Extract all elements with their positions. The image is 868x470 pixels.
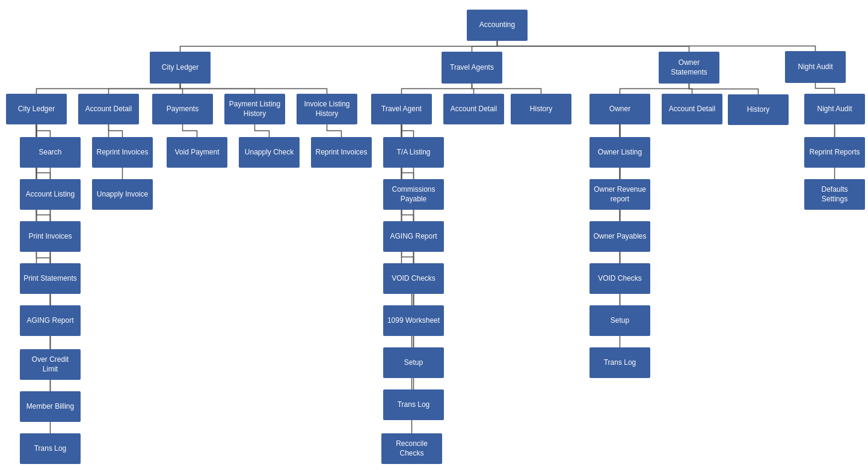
ta_ta_reconcile[interactable]: Reconcile Checks <box>381 433 442 464</box>
na_na_defaults[interactable]: Defaults Settings <box>804 179 865 210</box>
cl_il_reprint_invoices[interactable]: Reprint Invoices <box>311 137 372 168</box>
accounting[interactable]: Accounting <box>467 10 528 41</box>
cl_cl_member_billing[interactable]: Member Billing <box>20 391 81 422</box>
cl_cl_print_invoices[interactable]: Print Invoices <box>20 221 81 252</box>
cl_cl_over_credit[interactable]: Over Credit Limit <box>20 349 81 380</box>
os_ow_setup[interactable]: Setup <box>589 305 650 336</box>
ta_ta_trans_log[interactable]: Trans Log <box>383 389 444 420</box>
cl_payment_listing[interactable]: Payment Listing History <box>224 94 285 124</box>
ta_ta_void_checks[interactable]: VOID Checks <box>383 263 444 294</box>
night_audit_branch[interactable]: Night Audit <box>785 51 846 83</box>
ta_travel_agent[interactable]: Travel Agent <box>371 94 432 124</box>
cl_account_detail[interactable]: Account Detail <box>78 94 139 124</box>
na_night_audit[interactable]: Night Audit <box>804 94 865 124</box>
os_ow_payables[interactable]: Owner Payables <box>589 221 650 252</box>
cl_cl_account_listing[interactable]: Account Listing <box>20 179 81 210</box>
os_ow_void_checks[interactable]: VOID Checks <box>589 263 650 294</box>
os_owner[interactable]: Owner <box>589 94 650 124</box>
os_ow_listing[interactable]: Owner Listing <box>589 137 650 168</box>
cl_cl_aging_report[interactable]: AGING Report <box>20 305 81 336</box>
city_ledger_branch[interactable]: City Ledger <box>150 52 211 84</box>
owner_statements_branch[interactable]: Owner Statements <box>659 52 719 84</box>
cl_payments[interactable]: Payments <box>152 94 213 124</box>
os_history[interactable]: History <box>728 94 789 125</box>
cl_cl_search[interactable]: Search <box>20 137 81 168</box>
ta_account_detail[interactable]: Account Detail <box>443 94 504 124</box>
os_ow_revenue[interactable]: Owner Revenue report <box>589 179 650 210</box>
os_account_detail[interactable]: Account Detail <box>662 94 722 124</box>
travel_agents_branch[interactable]: Travel Agents <box>442 52 502 84</box>
ta_ta_1099[interactable]: 1099 Worksheet <box>383 305 444 336</box>
ta_ta_aging[interactable]: AGING Report <box>383 221 444 252</box>
cl_ad_reprint_invoices[interactable]: Reprint Invoices <box>92 137 153 168</box>
ta_ta_listing[interactable]: T/A Listing <box>383 137 444 168</box>
tree-container: AccountingCity LedgerTravel AgentsOwner … <box>0 0 868 470</box>
ta_history[interactable]: History <box>511 94 571 124</box>
cl_cl_print_statements[interactable]: Print Statements <box>20 263 81 294</box>
cl_invoice_listing[interactable]: Invoice Listing History <box>297 94 357 124</box>
ta_ta_setup[interactable]: Setup <box>383 347 444 378</box>
cl_cl_trans_log[interactable]: Trans Log <box>20 433 81 464</box>
cl_ad_unapply_invoice[interactable]: Unapply Invoice <box>92 179 153 210</box>
cl_pl_unapply_check[interactable]: Unapply Check <box>239 137 300 168</box>
cl_city_ledger[interactable]: City Ledger <box>6 94 67 124</box>
ta_ta_commissions[interactable]: Commissions Payable <box>383 179 444 210</box>
na_na_reprint[interactable]: Reprint Reports <box>804 137 865 168</box>
cl_pay_void_payment[interactable]: Void Payment <box>167 137 227 168</box>
os_ow_trans_log[interactable]: Trans Log <box>589 347 650 378</box>
